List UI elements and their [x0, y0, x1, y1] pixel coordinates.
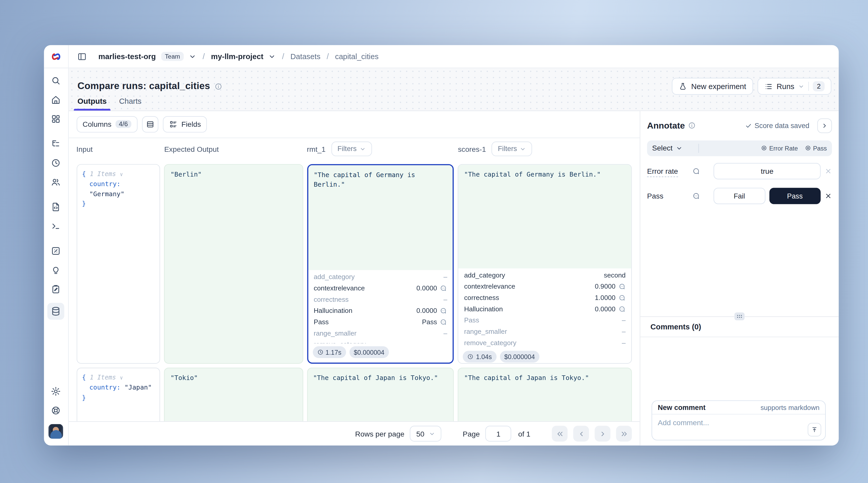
metric-row[interactable]: Hallucination0.0000 [308, 305, 453, 316]
fail-option-button[interactable]: Fail [713, 188, 765, 204]
clear-score-icon[interactable] [825, 168, 832, 175]
chevron-down-icon[interactable] [189, 53, 196, 60]
metric-row[interactable]: Pass– [459, 315, 631, 326]
comment-icon[interactable] [618, 283, 625, 290]
sidebar-item-dashboards[interactable] [49, 113, 63, 125]
chevron-down-icon[interactable] [269, 53, 276, 60]
json-collapse-icon[interactable]: ∨ [120, 172, 123, 177]
info-icon[interactable] [215, 83, 222, 90]
sidebar-item-home[interactable] [49, 94, 63, 105]
input-cell[interactable]: { 1 Items ∨ country: "Germany" } [76, 164, 160, 364]
metric-row[interactable]: remove_category– [308, 339, 453, 343]
submit-comment-button[interactable] [808, 423, 821, 436]
page-number-input[interactable] [485, 426, 511, 442]
pass-option-button[interactable]: Pass [769, 188, 821, 204]
score-field-label: Pass [647, 192, 692, 200]
json-items-count[interactable]: 1 Items [90, 170, 116, 178]
row-height-button[interactable] [142, 116, 158, 132]
metric-row[interactable]: range_smaller– [308, 328, 453, 339]
sidebar-item-datasets[interactable] [48, 303, 64, 320]
breadcrumb-org[interactable]: marlies-test-org [98, 52, 156, 61]
comment-dots-icon[interactable] [692, 192, 700, 200]
run2-output-cell[interactable]: "The capital of Germany is Berlin." add_… [458, 164, 632, 364]
breadcrumb-dataset-name[interactable]: capital_cities [335, 52, 378, 61]
comment-icon[interactable] [440, 307, 447, 314]
columns-button[interactable]: Columns 4/6 [76, 116, 137, 132]
user-avatar[interactable] [49, 424, 63, 439]
info-icon[interactable] [688, 122, 695, 129]
run1-output-cell[interactable]: "The capital of Japan is Tokyo." [307, 368, 454, 421]
sidebar-item-help[interactable] [49, 405, 63, 416]
comment-icon[interactable] [618, 294, 625, 301]
metric-row[interactable]: correctness1.0000 [459, 292, 631, 304]
sidebar-item-prompts[interactable] [49, 201, 63, 213]
sidebar-item-annotation-queues[interactable] [49, 284, 63, 295]
breadcrumb-datasets[interactable]: Datasets [290, 52, 320, 61]
new-experiment-button[interactable]: New experiment [672, 78, 753, 95]
runs-button[interactable]: Runs 2 [757, 78, 831, 95]
panel-left-toggle-icon[interactable] [77, 52, 87, 61]
sidebar-item-experiments[interactable] [49, 245, 63, 256]
panel-resize-handle[interactable] [734, 312, 744, 320]
new-comment-box: New comment supports markdown [652, 400, 826, 441]
input-cell[interactable]: { 1 Items ∨ country: "Japan" } [76, 368, 160, 421]
sidebar-item-history[interactable] [49, 157, 63, 169]
sidebar-item-search[interactable] [49, 75, 63, 87]
run2-output-cell[interactable]: "The capital of Japan is Tokyo." [458, 368, 632, 421]
score-tag-pass[interactable]: Pass [805, 145, 827, 151]
page-label: Page [463, 429, 480, 438]
collapse-panel-button[interactable] [817, 118, 832, 133]
first-page-button[interactable] [552, 426, 568, 442]
comment-icon[interactable] [618, 305, 625, 313]
column-headers: Input Expected Output rmt_1 Filters scor… [68, 138, 640, 159]
desktop: marlies-test-org Team / my-llm-project /… [0, 0, 868, 483]
clear-score-icon[interactable] [825, 192, 832, 200]
comment-icon[interactable] [440, 318, 447, 326]
sidebar-item-playground[interactable] [49, 220, 63, 232]
metric-row[interactable]: contextrelevance0.0000 [308, 282, 453, 294]
breadcrumb-project[interactable]: my-llm-project [211, 52, 264, 61]
sidebar-item-tracing[interactable] [49, 138, 63, 149]
run1-filters-button[interactable]: Filters [331, 142, 372, 156]
comment-input[interactable] [652, 415, 825, 441]
metric-row[interactable]: add_categorysecond [459, 270, 631, 281]
expected-output-cell[interactable]: "Tokio" [164, 368, 303, 421]
app-logo[interactable] [44, 45, 68, 68]
rows-per-page-select[interactable]: 50 [410, 426, 441, 442]
sidebar-item-settings[interactable] [49, 386, 63, 397]
sidebar-item-users[interactable] [49, 177, 63, 188]
run-output-text: "The capital of Japan is Tokyo." [308, 368, 454, 388]
previous-page-button[interactable] [574, 426, 589, 442]
metric-row[interactable]: range_smaller– [459, 326, 631, 337]
score-select-dropdown[interactable]: Select [652, 144, 682, 152]
sidebar-item-insights[interactable] [49, 264, 63, 276]
fields-button[interactable]: Fields [163, 116, 207, 132]
tab-charts[interactable]: Charts [119, 97, 142, 110]
expected-output-cell[interactable]: "Berlin" [164, 164, 303, 364]
metric-row[interactable]: correctness– [308, 294, 453, 305]
run2-name[interactable]: scores-1 [458, 145, 486, 153]
run1-output-cell-selected[interactable]: "The capital of Germany is Berlin." add_… [307, 164, 454, 364]
next-page-button[interactable] [595, 426, 611, 442]
run1-name[interactable]: rmt_1 [307, 145, 326, 153]
tab-outputs[interactable]: Outputs [78, 97, 106, 110]
json-brace: } [82, 200, 86, 208]
comment-icon[interactable] [440, 284, 447, 292]
error-rate-value-input[interactable] [713, 163, 820, 179]
metric-row[interactable]: PassPass [308, 316, 453, 328]
json-items-count[interactable]: 1 Items [90, 374, 116, 381]
json-brace: { [82, 170, 86, 178]
filters-label: Filters [498, 145, 517, 153]
comment-icon[interactable] [692, 167, 700, 175]
metric-row[interactable]: add_category– [308, 271, 453, 283]
chevron-right-icon [599, 430, 606, 437]
app-window: marlies-test-org Team / my-llm-project /… [44, 45, 839, 446]
column-header-input: Input [76, 145, 160, 153]
metric-row[interactable]: Hallucination0.0000 [459, 303, 631, 315]
run2-filters-button[interactable]: Filters [492, 142, 532, 156]
metric-row[interactable]: contextrelevance0.9000 [459, 281, 631, 292]
json-collapse-icon[interactable]: ∨ [120, 375, 123, 381]
last-page-button[interactable] [616, 426, 632, 442]
score-tag-error-rate[interactable]: Error Rate [761, 145, 798, 151]
metric-row[interactable]: remove_category– [459, 337, 631, 349]
